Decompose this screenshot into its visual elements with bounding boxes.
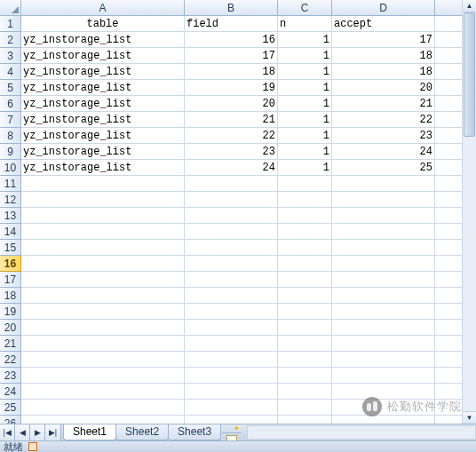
column-header[interactable]: A xyxy=(21,0,185,16)
cell[interactable] xyxy=(185,352,278,368)
cell[interactable]: field xyxy=(185,16,278,32)
column-header[interactable]: C xyxy=(278,0,332,16)
cell[interactable]: yz_instorage_list xyxy=(21,48,185,64)
cell[interactable]: yz_instorage_list xyxy=(21,96,185,112)
row-header[interactable]: 17 xyxy=(0,272,21,288)
cell[interactable] xyxy=(185,224,278,240)
cell[interactable] xyxy=(185,176,278,192)
cell[interactable] xyxy=(185,272,278,288)
column-header[interactable]: B xyxy=(185,0,278,16)
row-header[interactable]: 25 xyxy=(0,400,21,416)
row-header[interactable]: 14 xyxy=(0,224,21,240)
cell[interactable] xyxy=(278,272,332,288)
cell[interactable] xyxy=(332,400,435,416)
cell[interactable] xyxy=(21,368,185,384)
cell[interactable] xyxy=(21,272,185,288)
cell[interactable] xyxy=(278,240,332,256)
cell[interactable] xyxy=(278,256,332,272)
cell[interactable] xyxy=(21,192,185,208)
sheet-tab[interactable]: Sheet3 xyxy=(168,424,221,440)
cell[interactable]: 16 xyxy=(185,32,278,48)
row-header[interactable]: 6 xyxy=(0,96,21,112)
cell[interactable] xyxy=(21,208,185,224)
tab-nav-first[interactable]: |◀ xyxy=(0,424,15,440)
cell[interactable] xyxy=(21,336,185,352)
row-header[interactable]: 1 xyxy=(0,16,21,32)
scroll-thumb[interactable] xyxy=(464,12,475,137)
cell[interactable] xyxy=(21,304,185,320)
cell[interactable] xyxy=(332,384,435,400)
record-macro-icon[interactable] xyxy=(28,442,37,451)
cell[interactable]: 24 xyxy=(185,160,278,176)
spreadsheet-grid[interactable]: ABCD1tablefieldnaccept2yz_instorage_list… xyxy=(0,0,476,432)
cell[interactable]: 1 xyxy=(278,128,332,144)
cell[interactable] xyxy=(21,256,185,272)
cell[interactable] xyxy=(185,320,278,336)
cell[interactable]: 22 xyxy=(332,112,435,128)
cell[interactable] xyxy=(278,384,332,400)
row-header[interactable]: 9 xyxy=(0,144,21,160)
cell[interactable] xyxy=(21,384,185,400)
cell[interactable]: 1 xyxy=(278,48,332,64)
cell[interactable]: 1 xyxy=(278,32,332,48)
scroll-up-arrow[interactable]: ▲ xyxy=(463,0,476,12)
cell[interactable]: yz_instorage_list xyxy=(21,32,185,48)
cell[interactable] xyxy=(278,192,332,208)
row-header[interactable]: 7 xyxy=(0,112,21,128)
sheet-tab[interactable]: Sheet2 xyxy=(115,424,169,440)
cell[interactable] xyxy=(332,192,435,208)
cell[interactable]: yz_instorage_list xyxy=(21,128,185,144)
cell[interactable] xyxy=(21,288,185,304)
cell[interactable]: yz_instorage_list xyxy=(21,80,185,96)
cell[interactable]: 1 xyxy=(278,96,332,112)
cell[interactable]: 19 xyxy=(185,80,278,96)
row-header[interactable]: 16 xyxy=(0,256,21,272)
cell[interactable] xyxy=(21,240,185,256)
cell[interactable] xyxy=(185,288,278,304)
cell[interactable]: 1 xyxy=(278,160,332,176)
cell[interactable] xyxy=(332,352,435,368)
row-header[interactable]: 10 xyxy=(0,160,21,176)
cell[interactable] xyxy=(21,176,185,192)
tab-nav-next[interactable]: ▶ xyxy=(30,424,45,440)
row-header[interactable]: 12 xyxy=(0,192,21,208)
cell[interactable] xyxy=(278,176,332,192)
cell[interactable] xyxy=(332,304,435,320)
cell[interactable]: 18 xyxy=(332,64,435,80)
cell[interactable]: yz_instorage_list xyxy=(21,112,185,128)
cell[interactable] xyxy=(185,208,278,224)
sheet-tab[interactable]: Sheet1 xyxy=(63,424,116,440)
cell[interactable]: 20 xyxy=(185,96,278,112)
cell[interactable] xyxy=(278,368,332,384)
cell[interactable] xyxy=(278,320,332,336)
row-header[interactable]: 3 xyxy=(0,48,21,64)
cell[interactable]: 17 xyxy=(185,48,278,64)
cell[interactable] xyxy=(278,352,332,368)
cell[interactable]: 18 xyxy=(332,48,435,64)
cell[interactable]: accept xyxy=(332,16,435,32)
cell[interactable]: 24 xyxy=(332,144,435,160)
cell[interactable] xyxy=(332,368,435,384)
cell[interactable] xyxy=(332,224,435,240)
cell[interactable] xyxy=(278,304,332,320)
cell[interactable] xyxy=(185,240,278,256)
cell[interactable] xyxy=(332,176,435,192)
cell[interactable] xyxy=(185,400,278,416)
row-header[interactable]: 21 xyxy=(0,336,21,352)
vertical-scrollbar[interactable]: ▲ ▼ xyxy=(462,0,476,424)
cell[interactable] xyxy=(185,368,278,384)
column-header[interactable]: D xyxy=(332,0,435,16)
cell[interactable] xyxy=(332,336,435,352)
new-sheet-button[interactable] xyxy=(222,432,242,433)
cell[interactable] xyxy=(185,336,278,352)
row-header[interactable]: 8 xyxy=(0,128,21,144)
row-header[interactable]: 13 xyxy=(0,208,21,224)
row-header[interactable]: 2 xyxy=(0,32,21,48)
cell[interactable]: 23 xyxy=(332,128,435,144)
cell[interactable] xyxy=(332,208,435,224)
cell[interactable]: yz_instorage_list xyxy=(21,64,185,80)
cell[interactable] xyxy=(21,320,185,336)
cell[interactable] xyxy=(185,192,278,208)
row-header[interactable]: 20 xyxy=(0,320,21,336)
cell[interactable] xyxy=(278,400,332,416)
